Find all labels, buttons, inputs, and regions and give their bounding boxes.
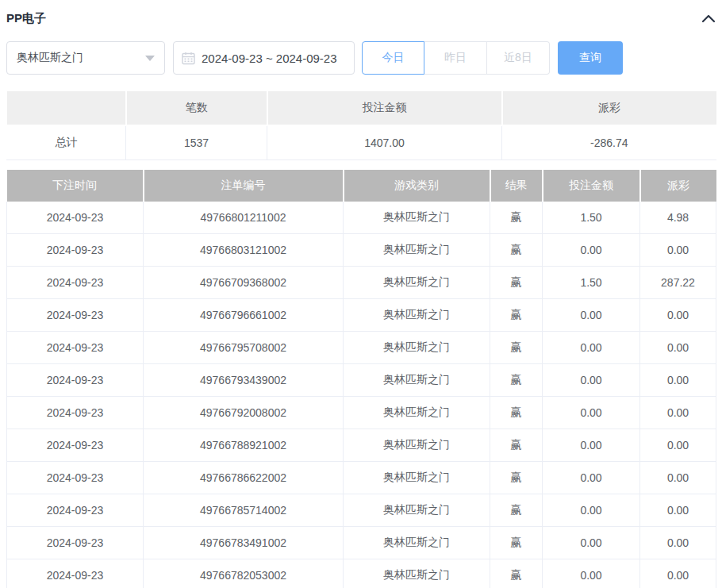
table-row: 2024-09-2349766783491002奥林匹斯之门赢0.000.00 xyxy=(7,527,716,559)
cell-order-id: 49766796661002 xyxy=(144,299,344,332)
cell-payout: 0.00 xyxy=(640,494,716,527)
cell-game-type: 奥林匹斯之门 xyxy=(344,397,490,429)
cell-result: 赢 xyxy=(490,429,543,462)
quick-range-group: 今日 昨日 近8日 xyxy=(362,41,550,75)
cell-bet-amount: 0.00 xyxy=(543,234,640,267)
cell-result: 赢 xyxy=(490,234,543,267)
cell-result: 赢 xyxy=(490,397,543,429)
cell-game-type: 奥林匹斯之门 xyxy=(344,234,490,267)
cell-payout: 0.00 xyxy=(640,462,716,494)
panel-header: PP电子 xyxy=(6,0,716,27)
cell-order-id: 49766788921002 xyxy=(144,429,344,462)
cell-bet-amount: 0.00 xyxy=(543,429,640,462)
cell-game-type: 奥林匹斯之门 xyxy=(344,429,490,462)
last-8-days-button[interactable]: 近8日 xyxy=(487,41,550,75)
cell-result: 赢 xyxy=(490,462,543,494)
cell-bet-time: 2024-09-23 xyxy=(7,429,144,462)
query-button[interactable]: 查询 xyxy=(558,41,623,75)
summary-table: 笔数 投注金额 派彩 总计 1537 1407.00 -286.74 xyxy=(6,91,716,160)
game-select[interactable]: 奥林匹斯之门 xyxy=(6,41,165,75)
records-body: 2024-09-2349766801211002奥林匹斯之门赢1.504.982… xyxy=(7,202,716,588)
summary-total-label: 总计 xyxy=(7,125,126,160)
summary-total-bet-amount: 1407.00 xyxy=(267,125,502,160)
summary-total-payout: -286.74 xyxy=(502,125,716,160)
records-header-result: 结果 xyxy=(490,170,543,202)
summary-header-payout: 派彩 xyxy=(502,91,716,125)
cell-result: 赢 xyxy=(490,332,543,364)
cell-result: 赢 xyxy=(490,202,543,234)
cell-payout: 0.00 xyxy=(640,364,716,397)
cell-bet-time: 2024-09-23 xyxy=(7,299,144,332)
filter-bar: 奥林匹斯之门 2024-09-23 ~ 2024-09-23 xyxy=(6,41,716,75)
cell-game-type: 奥林匹斯之门 xyxy=(344,462,490,494)
table-row: 2024-09-2349766792008002奥林匹斯之门赢0.000.00 xyxy=(7,397,716,429)
cell-bet-time: 2024-09-23 xyxy=(7,267,144,299)
game-select-value: 奥林匹斯之门 xyxy=(17,51,83,65)
cell-bet-time: 2024-09-23 xyxy=(7,559,144,588)
chevron-up-icon xyxy=(701,13,716,25)
cell-order-id: 49766782053002 xyxy=(144,559,344,588)
cell-bet-amount: 1.50 xyxy=(543,202,640,234)
cell-game-type: 奥林匹斯之门 xyxy=(344,202,490,234)
cell-bet-time: 2024-09-23 xyxy=(7,202,144,234)
cell-bet-amount: 0.00 xyxy=(543,397,640,429)
cell-order-id: 49766709368002 xyxy=(144,267,344,299)
records-header-game-type: 游戏类别 xyxy=(344,170,490,202)
table-row: 2024-09-2349766796661002奥林匹斯之门赢0.000.00 xyxy=(7,299,716,332)
cell-result: 赢 xyxy=(490,559,543,588)
records-header-payout: 派彩 xyxy=(640,170,716,202)
cell-order-id: 49766795708002 xyxy=(144,332,344,364)
summary-header-bet-amount: 投注金额 xyxy=(267,91,502,125)
cell-result: 赢 xyxy=(490,527,543,559)
cell-order-id: 49766785714002 xyxy=(144,494,344,527)
table-row: 2024-09-2349766801211002奥林匹斯之门赢1.504.98 xyxy=(7,202,716,234)
date-range-input[interactable]: 2024-09-23 ~ 2024-09-23 xyxy=(173,41,355,75)
cell-bet-amount: 0.00 xyxy=(543,462,640,494)
cell-game-type: 奥林匹斯之门 xyxy=(344,527,490,559)
cell-payout: 4.98 xyxy=(640,202,716,234)
table-row: 2024-09-2349766795708002奥林匹斯之门赢0.000.00 xyxy=(7,332,716,364)
table-row: 2024-09-2349766803121002奥林匹斯之门赢0.000.00 xyxy=(7,234,716,267)
summary-header-count: 笔数 xyxy=(126,91,267,125)
pp-game-records-panel: PP电子 奥林匹斯之门 xyxy=(0,0,722,588)
chevron-down-icon xyxy=(145,56,155,61)
table-row: 2024-09-2349766793439002奥林匹斯之门赢0.000.00 xyxy=(7,364,716,397)
cell-bet-amount: 0.00 xyxy=(543,299,640,332)
records-header-bet-time: 下注时间 xyxy=(7,170,144,202)
cell-order-id: 49766783491002 xyxy=(144,527,344,559)
cell-game-type: 奥林匹斯之门 xyxy=(344,559,490,588)
summary-header-blank xyxy=(7,91,126,125)
cell-bet-amount: 0.00 xyxy=(543,527,640,559)
cell-result: 赢 xyxy=(490,267,543,299)
records-header-bet-amount: 投注金额 xyxy=(543,170,640,202)
cell-bet-time: 2024-09-23 xyxy=(7,397,144,429)
cell-payout: 0.00 xyxy=(640,429,716,462)
cell-payout: 0.00 xyxy=(640,332,716,364)
summary-total-count: 1537 xyxy=(126,125,267,160)
table-row: 2024-09-2349766785714002奥林匹斯之门赢0.000.00 xyxy=(7,494,716,527)
records-header-row: 下注时间 注单编号 游戏类别 结果 投注金额 派彩 xyxy=(7,170,716,202)
cell-game-type: 奥林匹斯之门 xyxy=(344,332,490,364)
cell-order-id: 49766792008002 xyxy=(144,397,344,429)
cell-result: 赢 xyxy=(490,494,543,527)
page-title: PP电子 xyxy=(6,11,46,26)
cell-payout: 287.22 xyxy=(640,267,716,299)
cell-bet-time: 2024-09-23 xyxy=(7,462,144,494)
date-range-value: 2024-09-23 ~ 2024-09-23 xyxy=(202,52,337,65)
cell-bet-time: 2024-09-23 xyxy=(7,527,144,559)
cell-game-type: 奥林匹斯之门 xyxy=(344,267,490,299)
records-header-order-id: 注单编号 xyxy=(144,170,344,202)
cell-order-id: 49766803121002 xyxy=(144,234,344,267)
cell-game-type: 奥林匹斯之门 xyxy=(344,494,490,527)
cell-payout: 0.00 xyxy=(640,234,716,267)
table-row: 2024-09-2349766709368002奥林匹斯之门赢1.50287.2… xyxy=(7,267,716,299)
cell-bet-amount: 0.00 xyxy=(543,364,640,397)
yesterday-button[interactable]: 昨日 xyxy=(424,41,487,75)
today-button[interactable]: 今日 xyxy=(362,41,424,75)
collapse-button[interactable] xyxy=(701,13,716,23)
cell-game-type: 奥林匹斯之门 xyxy=(344,299,490,332)
cell-bet-time: 2024-09-23 xyxy=(7,364,144,397)
table-row: 2024-09-2349766788921002奥林匹斯之门赢0.000.00 xyxy=(7,429,716,462)
cell-payout: 0.00 xyxy=(640,397,716,429)
summary-header-row: 笔数 投注金额 派彩 xyxy=(7,91,716,125)
